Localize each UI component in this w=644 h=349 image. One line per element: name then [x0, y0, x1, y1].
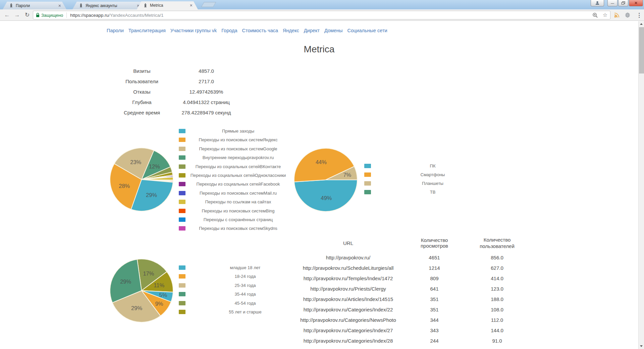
legend-swatch-icon [179, 147, 185, 151]
web-page: ПаролиТранслитерацияУчастники группы vkГ… [0, 21, 638, 349]
legend-swatch-icon [364, 172, 371, 177]
table-cell-users: 112.0 [458, 315, 537, 325]
legend-label: Смартфоны [372, 170, 493, 179]
legend-label: Переходы с сохранённых страниц [185, 215, 291, 224]
pie-percent-label: 9% [155, 301, 163, 307]
stat-row: Пользователи2717.0 [100, 76, 254, 87]
minimize-button[interactable]: — [607, 0, 618, 6]
reload-button[interactable]: ↻ [23, 11, 32, 19]
legend-label: Переходы из социальных сетейОдноклассник… [185, 171, 291, 180]
vertical-scrollbar[interactable] [638, 21, 644, 349]
tab-close-icon[interactable]: × [56, 3, 66, 8]
rocket-favicon-icon [9, 3, 14, 8]
browser-titlebar: Пароли × Яндекс аккаунты × Metrica × — ✕ [0, 0, 644, 9]
table-cell-url: http://pravpokrov.ru/ [285, 252, 411, 263]
nav-link-1[interactable]: Пароли [107, 28, 124, 33]
pie-percent-label: 17% [143, 270, 154, 277]
nav-link-3[interactable]: Участники группы vk [170, 28, 217, 33]
legend-swatch-icon [179, 164, 185, 169]
table-cell-views: 4651 [411, 252, 458, 263]
close-button[interactable]: ✕ [629, 0, 643, 6]
legend-label: Переходы из поисковых системBing [185, 207, 291, 215]
nav-link-6[interactable]: Яндекс [283, 28, 299, 33]
browser-toolbar: ← → ↻ Защищено https://spaceapp.ru/Yande… [0, 9, 644, 21]
rss-icon [614, 12, 620, 18]
pie-percent-label: 5% [159, 292, 167, 298]
scroll-down-icon[interactable] [639, 343, 644, 349]
table-header-views: Количество просмотров [411, 234, 458, 252]
stat-row: Глубина4.04941322 страниц [100, 97, 254, 107]
legend-swatch-icon [179, 301, 185, 305]
site-nav: ПаролиТранслитерацияУчастники группы vkГ… [107, 28, 392, 33]
table-cell-users: 108.0 [458, 304, 537, 315]
pie-percent-label: 29% [120, 279, 131, 285]
legend-label: Переходы из поисковых системGoogle [185, 145, 291, 153]
pie-percent-label: 7% [343, 172, 351, 178]
tab-yandex-accounts[interactable]: Яндекс аккаунты × [72, 2, 145, 9]
lock-icon [36, 13, 40, 17]
legend-label: ПК [372, 162, 493, 170]
scrollbar-thumb[interactable] [639, 27, 644, 73]
legend-label: Переходы из социальных сетейВКонтакте [185, 162, 291, 171]
legend-swatch-icon [179, 209, 185, 213]
legend-label: Переходы из поисковых системSkydns [185, 224, 291, 233]
forward-button[interactable]: → [13, 11, 21, 19]
rss-extension-button[interactable] [614, 11, 620, 19]
table-cell-url: http://pravpokrov.ru/Articles/Index/1451… [285, 294, 411, 304]
nav-link-4[interactable]: Города [221, 28, 237, 33]
legend-label: Планшеты [372, 179, 493, 188]
legend-label: Прямые заходы [185, 127, 291, 136]
tab-metrica-active[interactable]: Metrica × [137, 1, 198, 9]
pie-percent-label: 11% [154, 282, 164, 288]
legend-swatch-icon [179, 310, 185, 314]
pie-percent-label: 23% [130, 159, 141, 165]
legend-swatch-icon [179, 217, 185, 222]
address-bar[interactable]: Защищено https://spaceapp.ru/YandexAccau… [33, 11, 610, 19]
pie-percent-label: 28% [119, 183, 130, 189]
nav-link-7[interactable]: Директ [304, 28, 320, 33]
rocket-favicon-icon [78, 3, 84, 8]
table-cell-users: 627.0 [458, 263, 537, 273]
globe-icon [625, 12, 631, 18]
browser-menu-icon[interactable]: ⋮ [636, 11, 642, 19]
pie-percent-label: 29% [146, 192, 157, 198]
security-label: Защищено [41, 13, 63, 18]
legend-label: Переходы из социальных сетейFacebook [185, 180, 291, 189]
pie-percent-label: 44% [316, 159, 327, 165]
extension-button[interactable] [625, 11, 631, 19]
nav-link-8[interactable]: Домены [324, 28, 343, 33]
legend-label: Переходы по ссылкам на сайтах [185, 198, 291, 206]
stats-block: Визиты4857.0Пользователи2717.0Отказы12.4… [100, 66, 254, 118]
bookmark-star-icon[interactable]: ☆ [603, 12, 607, 18]
stat-value: 12.49742639% [161, 87, 252, 97]
pie-percent-label: 29% [131, 305, 142, 311]
pie-chart-age-groups: 17%11%5%9%29%29% [109, 258, 174, 323]
pie-percent-label: 12% [149, 163, 160, 169]
nav-link-2[interactable]: Транслитерация [128, 28, 166, 33]
scroll-up-icon[interactable] [639, 21, 644, 27]
legend-swatch-icon [179, 182, 185, 186]
stat-value: 4857.0 [161, 66, 252, 76]
tab-close-icon[interactable]: × [187, 3, 198, 8]
legend-swatch-icon [364, 181, 371, 186]
tab-passwords[interactable]: Пароли × [3, 2, 66, 9]
stat-value: 2717.0 [161, 76, 252, 87]
pie-percent-label: 49% [321, 195, 332, 201]
profile-button[interactable] [591, 0, 604, 6]
table-cell-url: http://pravpokrov.ru/Categories/Index/27 [285, 325, 411, 336]
new-tab-button[interactable] [201, 2, 216, 7]
table-cell-views: 344 [411, 315, 458, 325]
table-cell-users: 188.0 [458, 294, 537, 304]
person-icon [595, 1, 600, 5]
table-cell-views: 351 [411, 304, 458, 315]
legend-swatch-icon [364, 164, 371, 168]
legend-swatch-icon [179, 191, 185, 195]
zoom-icon[interactable] [592, 12, 598, 18]
nav-link-5[interactable]: Стоимость часа [242, 28, 278, 33]
back-button[interactable]: ← [3, 11, 11, 19]
nav-link-9[interactable]: Социальные сети [347, 28, 387, 33]
table-cell-views: 809 [411, 273, 458, 284]
maximize-button[interactable] [618, 0, 628, 6]
legend-swatch-icon [179, 173, 185, 178]
stat-value: 4.04941322 страниц [161, 97, 252, 107]
